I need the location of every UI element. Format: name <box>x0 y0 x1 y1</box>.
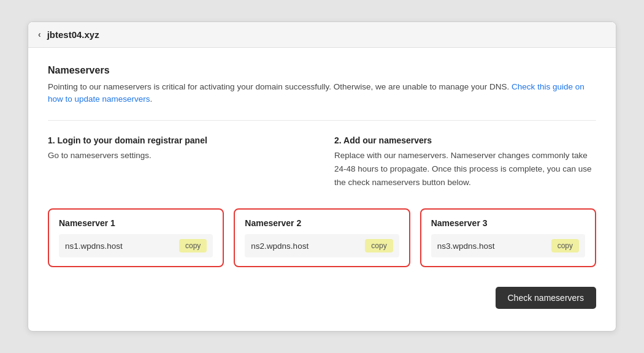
ns3-copy-button[interactable]: copy <box>551 239 579 252</box>
title-bar: ‹ jbtest04.xyz <box>28 22 616 48</box>
step-1: 1. Login to your domain registrar panel … <box>48 135 310 189</box>
step-2-title: 2. Add our nameservers <box>334 135 596 145</box>
step-1-title: 1. Login to your domain registrar panel <box>48 135 310 145</box>
section-title: Nameservers <box>48 65 596 76</box>
window-title: jbtest04.xyz <box>47 29 99 40</box>
main-window: ‹ jbtest04.xyz Nameservers Pointing to o… <box>28 21 616 332</box>
ns2-copy-button[interactable]: copy <box>365 239 393 252</box>
nameservers-row: Nameserver 1 ns1.wpdns.host copy Nameser… <box>48 208 596 267</box>
ns2-label: Nameserver 2 <box>245 218 399 228</box>
step-2: 2. Add our nameservers Replace with our … <box>334 135 596 189</box>
footer-row: Check nameservers <box>48 287 596 314</box>
content-area: Nameservers Pointing to our nameservers … <box>28 48 616 331</box>
ns1-label: Nameserver 1 <box>59 218 213 228</box>
nameserver-card-1: Nameserver 1 ns1.wpdns.host copy <box>48 208 224 267</box>
ns2-value: ns2.wpdns.host <box>251 241 360 251</box>
nameserver-card-3: Nameserver 3 ns3.wpdns.host copy <box>420 208 596 267</box>
check-nameservers-button[interactable]: Check nameservers <box>496 287 597 309</box>
back-button[interactable]: ‹ <box>38 29 41 39</box>
ns2-input-row: ns2.wpdns.host copy <box>245 234 399 257</box>
steps-row: 1. Login to your domain registrar panel … <box>48 135 596 189</box>
nameservers-section: Nameservers Pointing to our nameservers … <box>48 65 596 106</box>
step-2-desc: Replace with our nameservers. Nameserver… <box>334 149 596 189</box>
divider <box>48 120 596 121</box>
section-description: Pointing to our nameservers is critical … <box>48 81 596 106</box>
ns3-input-row: ns3.wpdns.host copy <box>431 234 585 257</box>
step-1-desc: Go to nameservers settings. <box>48 149 310 162</box>
ns3-value: ns3.wpdns.host <box>437 241 546 251</box>
ns1-value: ns1.wpdns.host <box>65 241 174 251</box>
ns3-label: Nameserver 3 <box>431 218 585 228</box>
nameserver-card-2: Nameserver 2 ns2.wpdns.host copy <box>234 208 410 267</box>
ns1-input-row: ns1.wpdns.host copy <box>59 234 213 257</box>
ns1-copy-button[interactable]: copy <box>179 239 207 252</box>
